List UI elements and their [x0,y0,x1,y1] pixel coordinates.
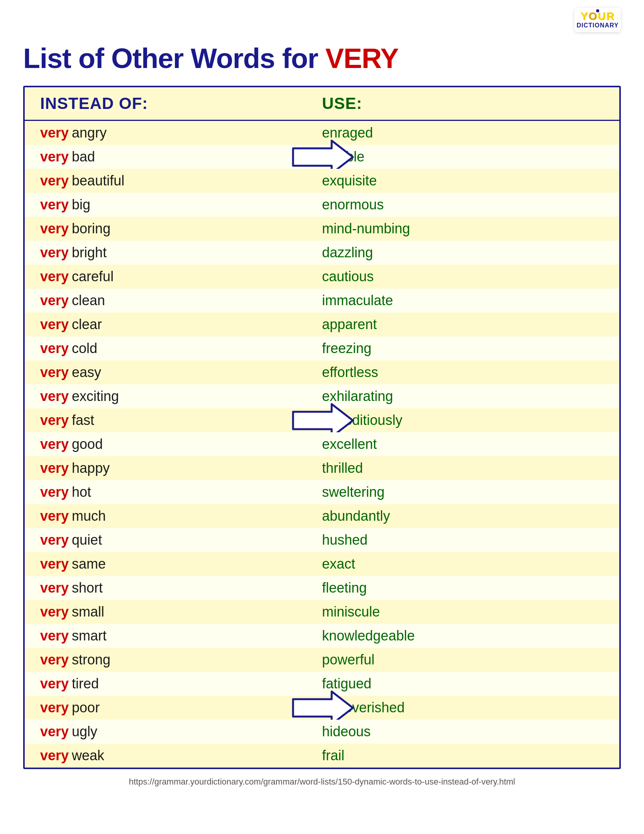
instead-cell: verybeautiful [40,173,322,189]
table-row: veryhappythrilled [25,456,619,480]
very-label: very [40,508,69,524]
very-label: very [40,221,69,237]
instead-cell: veryangry [40,125,322,141]
very-label: very [40,556,69,572]
instead-word: hot [72,484,91,500]
use-cell: enraged [322,125,604,141]
table-row: veryboringmind-numbing [25,217,619,241]
use-cell: knowledgeable [322,628,604,644]
table-row: verysmallminiscule [25,600,619,624]
table-row: veryclearapparent [25,313,619,336]
use-cell: mind-numbing [322,221,604,237]
logo-dictionary: DICTIONARY [577,22,619,29]
very-label: very [40,484,69,500]
table-row: veryshortfleeting [25,576,619,600]
instead-cell: veryshort [40,580,322,596]
table-row: veryeasyeffortless [25,360,619,384]
very-label: very [40,412,69,428]
use-cell: powerful [322,652,604,668]
table-row: verymuchabundantly [25,504,619,528]
instead-cell: veryexciting [40,388,322,404]
use-cell: exquisite [322,173,604,189]
very-label: very [40,268,69,285]
instead-word: happy [72,460,110,476]
very-label: very [40,245,69,261]
instead-word: big [72,197,90,213]
table-row: veryuglyhideous [25,720,619,744]
very-label: very [40,747,69,764]
very-label: very [40,364,69,380]
instead-cell: verygood [40,436,322,452]
instead-cell: verysame [40,556,322,572]
instead-cell: veryhot [40,484,322,500]
table-row: verycoldfreezing [25,336,619,360]
table-row: veryfast expeditiously [25,408,619,432]
instead-cell: veryquiet [40,532,322,548]
table-row: verystrongpowerful [25,648,619,672]
very-label: very [40,173,69,189]
use-cell: enormous [322,197,604,213]
table-row: veryweakfrail [25,744,619,768]
use-cell: exhilarating [322,388,604,404]
instead-cell: verybad [40,149,322,165]
use-cell: fatigued [322,676,604,692]
instead-word: clean [72,292,105,309]
use-cell: terrible [322,149,604,165]
instead-word: bright [72,245,107,261]
table-body: veryangryenragedverybad terribleverybeau… [25,121,619,768]
very-label: very [40,125,69,141]
instead-cell: veryugly [40,724,322,740]
very-label: very [40,628,69,644]
very-label: very [40,700,69,716]
use-cell: impoverished [322,700,604,716]
very-label: very [40,580,69,596]
instead-word: clear [72,316,102,333]
instead-cell: verystrong [40,652,322,668]
very-label: very [40,676,69,692]
instead-cell: veryhappy [40,460,322,476]
page-title: List of Other Words for VERY [23,42,621,74]
instead-word: much [72,508,106,524]
header-instead: INSTEAD OF: [40,94,322,113]
word-table: INSTEAD OF: USE: veryangryenragedverybad… [23,86,621,769]
very-label: very [40,149,69,165]
instead-cell: veryclean [40,292,322,309]
very-label: very [40,340,69,357]
use-cell: apparent [322,316,604,333]
use-cell: hushed [322,532,604,548]
table-row: verybeautifulexquisite [25,169,619,193]
use-cell: dazzling [322,245,604,261]
instead-word: weak [72,747,104,764]
use-cell: immaculate [322,292,604,309]
very-label: very [40,724,69,740]
svg-marker-2 [293,691,353,724]
svg-marker-1 [293,404,353,437]
instead-cell: verybright [40,245,322,261]
table-row: verysameexact [25,552,619,576]
instead-word: beautiful [72,173,124,189]
use-cell: freezing [322,340,604,357]
use-cell: excellent [322,436,604,452]
table-header: INSTEAD OF: USE: [25,87,619,121]
instead-cell: veryclear [40,316,322,333]
very-label: very [40,197,69,213]
logo: YOUR DICTIONARY [575,8,621,35]
table-row: verybrightdazzling [25,241,619,265]
instead-cell: veryeasy [40,364,322,380]
use-cell: hideous [322,724,604,740]
use-cell: frail [322,747,604,764]
very-label: very [40,652,69,668]
instead-word: boring [72,221,110,237]
instead-cell: verytired [40,676,322,692]
instead-cell: verycareful [40,268,322,285]
instead-word: small [72,604,104,620]
instead-cell: veryweak [40,747,322,764]
use-cell: abundantly [322,508,604,524]
table-row: veryhotsweltering [25,480,619,504]
instead-word: angry [72,125,107,141]
instead-word: strong [72,652,110,668]
instead-word: same [72,556,106,572]
header-use: USE: [322,94,604,113]
instead-word: careful [72,268,114,285]
use-cell: exact [322,556,604,572]
